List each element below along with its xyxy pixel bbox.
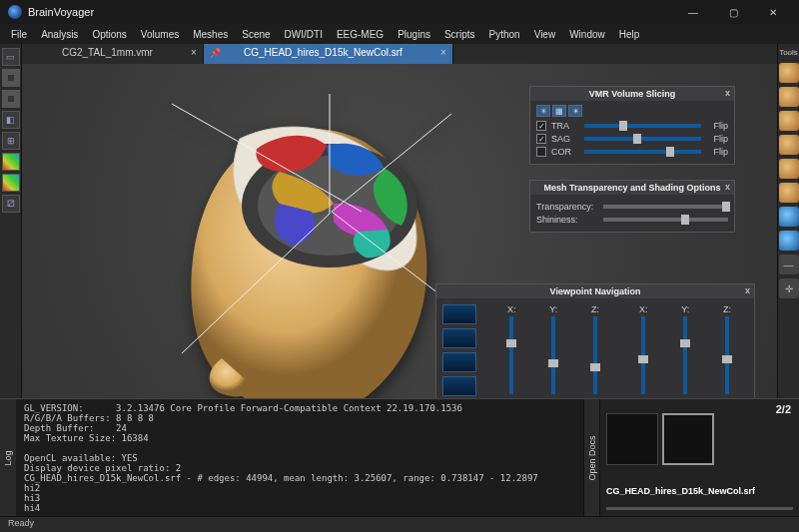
menubar: File Analysis Options Volumes Meshes Sce… [0, 24, 799, 44]
panel-vmr-slicing[interactable]: VMR Volume Slicingx ✳ ▦ ☀ ✓ TRA Flip [529, 86, 735, 165]
menu-options[interactable]: Options [85, 27, 133, 42]
minimize-button[interactable]: — [675, 2, 711, 22]
tool-gridview-icon[interactable] [2, 69, 20, 87]
rendered-head-mesh [162, 94, 461, 398]
document-tabs: CG2_TAL_1mm.vmr × 📌 CG_HEAD_hires_D15k_N… [22, 44, 777, 64]
slicing-mode-box-icon[interactable]: ▦ [552, 105, 566, 117]
cor-checkbox[interactable] [536, 147, 546, 157]
cor-flip-button[interactable]: Flip [706, 147, 728, 157]
tab-close-icon[interactable]: × [440, 47, 446, 58]
panel-title: VMR Volume Slicing [589, 89, 675, 99]
menu-window[interactable]: Window [562, 27, 612, 42]
tool-colormap2-icon[interactable] [2, 174, 20, 192]
doc-name: CG_HEAD_hires_D15k_NewCol.srf [606, 486, 755, 496]
open-docs-tab[interactable]: Open Docs [583, 399, 599, 516]
panel-title: Viewpoint Navigation [550, 286, 641, 296]
tra-slider[interactable] [584, 124, 701, 128]
tool-dice-icon[interactable]: ⚂ [2, 195, 20, 213]
brain-preset-icon[interactable] [779, 231, 799, 251]
menu-dwi-dti[interactable]: DWI/DTI [278, 27, 330, 42]
axis-label: Y: [549, 304, 557, 314]
menu-analysis[interactable]: Analysis [34, 27, 85, 42]
tra-checkbox[interactable]: ✓ [536, 121, 546, 131]
menu-volumes[interactable]: Volumes [134, 27, 186, 42]
panel-close-icon[interactable]: x [725, 182, 730, 192]
tool-singleview-icon[interactable]: ▭ [2, 48, 20, 66]
preset-view-icon[interactable] [442, 352, 476, 372]
trn-y-slider[interactable] [683, 316, 687, 394]
close-button[interactable]: ✕ [755, 2, 791, 22]
crosshair-icon[interactable]: ✛ [779, 278, 799, 298]
panel-close-icon[interactable]: x [725, 88, 730, 98]
open-docs-panel: 2/2 CG_HEAD_hires_D15k_NewCol.srf [599, 399, 799, 516]
trn-z-slider[interactable] [725, 316, 729, 394]
slicing-mode-sun-icon[interactable]: ☀ [568, 105, 582, 117]
tab-close-icon[interactable]: × [191, 47, 197, 58]
tools-label: Tools [779, 48, 798, 57]
tool-gridview2-icon[interactable] [2, 90, 20, 108]
panel-viewpoint-nav[interactable]: Viewpoint Navigationx X: [435, 283, 755, 398]
slicing-mode-cross-icon[interactable]: ✳ [536, 105, 550, 117]
sag-label: SAG [551, 134, 579, 144]
view-preset-icon[interactable] [779, 183, 799, 203]
panel-mesh-shading[interactable]: Mesh Transparency and Shading Optionsx T… [529, 180, 735, 233]
preset-view-icon[interactable] [442, 328, 476, 348]
tra-label: TRA [551, 121, 579, 131]
menu-python[interactable]: Python [482, 27, 527, 42]
menu-plugins[interactable]: Plugins [391, 27, 437, 42]
menu-help[interactable]: Help [612, 27, 647, 42]
tool-colormap-icon[interactable] [2, 153, 20, 171]
view-preset-icon[interactable] [779, 87, 799, 107]
preset-view-icon[interactable] [442, 376, 476, 396]
axis-label: X: [639, 304, 648, 314]
tool-iso-icon[interactable]: ◧ [2, 111, 20, 129]
rot-x-slider[interactable] [509, 316, 513, 394]
tool-cross-icon[interactable]: ⊞ [2, 132, 20, 150]
left-toolbar: ▭ ◧ ⊞ ⚂ [0, 44, 22, 398]
sag-slider[interactable] [584, 137, 701, 141]
view-preset-icon[interactable] [779, 63, 799, 83]
rot-y-slider[interactable] [551, 316, 555, 394]
tab-vmr[interactable]: CG2_TAL_1mm.vmr × [22, 44, 204, 64]
divider: — [779, 255, 799, 274]
transparency-slider[interactable] [603, 205, 728, 209]
tra-flip-button[interactable]: Flip [706, 121, 728, 131]
view-preset-icon[interactable] [779, 135, 799, 155]
tab-pin-icon[interactable]: 📌 [210, 48, 221, 58]
menu-meshes[interactable]: Meshes [186, 27, 235, 42]
sag-flip-button[interactable]: Flip [706, 134, 728, 144]
doc-thumb[interactable] [662, 413, 714, 465]
menu-scene[interactable]: Scene [235, 27, 277, 42]
right-toolbar: Tools — ✛ [777, 44, 799, 398]
doc-thumb[interactable] [606, 413, 658, 465]
log-panel[interactable]: GL_VERSION: 3.2.13476 Core Profile Forwa… [16, 399, 583, 516]
app-title: BrainVoyager [28, 6, 675, 18]
menu-view[interactable]: View [527, 27, 563, 42]
tab-srf[interactable]: 📌 CG_HEAD_hires_D15k_NewCol.srf × [204, 44, 453, 64]
trn-x-slider[interactable] [641, 316, 645, 394]
preset-view-icon[interactable] [442, 304, 476, 324]
axis-label: X: [507, 304, 516, 314]
log-tab[interactable]: Log [0, 399, 16, 516]
transparency-label: Transparency: [536, 202, 598, 212]
3d-viewport[interactable]: VMR Volume Slicingx ✳ ▦ ☀ ✓ TRA Flip [22, 64, 777, 398]
doc-scrollbar[interactable] [606, 507, 793, 510]
shininess-slider[interactable] [603, 218, 728, 222]
status-bar: Ready [0, 516, 799, 532]
docs-count: 2/2 [776, 403, 791, 415]
rot-z-slider[interactable] [593, 316, 597, 394]
view-preset-icon[interactable] [779, 159, 799, 179]
menu-eeg-meg[interactable]: EEG-MEG [330, 27, 391, 42]
cor-slider[interactable] [584, 150, 701, 154]
menu-file[interactable]: File [4, 27, 34, 42]
titlebar: BrainVoyager — ▢ ✕ [0, 0, 799, 24]
app-icon [8, 5, 22, 19]
view-preset-icon[interactable] [779, 111, 799, 131]
tab-label: CG_HEAD_hires_D15k_NewCol.srf [244, 47, 402, 58]
menu-scripts[interactable]: Scripts [437, 27, 482, 42]
brain-preset-icon[interactable] [779, 207, 799, 227]
maximize-button[interactable]: ▢ [715, 2, 751, 22]
rotation-group: X: Y: Z: -68.6 [490, 304, 616, 398]
sag-checkbox[interactable]: ✓ [536, 134, 546, 144]
panel-close-icon[interactable]: x [745, 285, 750, 295]
